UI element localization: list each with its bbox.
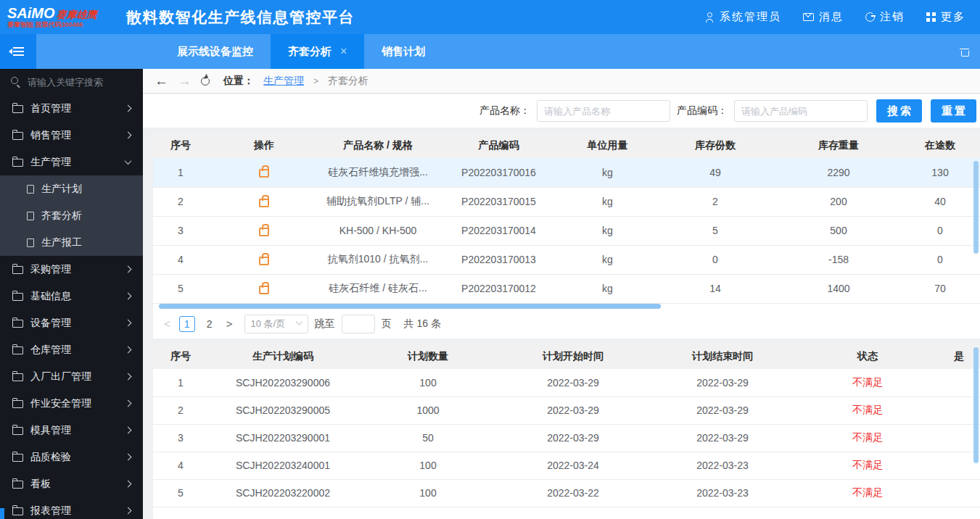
product-code-input[interactable] [734, 100, 868, 122]
table-cell: KH-500 / KH-500 [320, 216, 436, 245]
sidebar-subitem[interactable]: 生产报工 [0, 229, 143, 256]
brand-logo-subtitle: 赛摩智能 股票代码300466 [7, 22, 122, 28]
sidebar-item[interactable]: 销售管理 [0, 122, 143, 149]
more-menu-button[interactable]: 更多 [926, 10, 965, 24]
sidebar-scrollbar[interactable] [0, 508, 4, 519]
table-row[interactable]: 4SCJH2022032400011002022-03-242022-03-23… [153, 452, 980, 479]
sidebar-item-label: 看板 [30, 478, 51, 491]
products-table: 序号操作产品名称 / 规格产品编码单位用量库存份数库存重量在途数1硅灰石纤维填充… [153, 133, 980, 304]
sidebar-submenu: 生产计划齐套分析生产报工 [0, 175, 143, 256]
column-header: 库存重量 [777, 133, 900, 158]
products-vertical-scrollbar[interactable] [973, 161, 979, 254]
sidebar-item[interactable]: 生产管理 [0, 149, 143, 175]
table-row[interactable]: 1硅灰石纤维填充增强...P202203170016kg492290130 [153, 158, 980, 187]
messages-button[interactable]: 消息 [803, 10, 844, 24]
back-icon[interactable]: ← [155, 74, 168, 88]
status-badge: 不满足 [852, 431, 883, 443]
sidebar-item[interactable]: 报表管理 [0, 497, 143, 519]
table-row[interactable]: 5硅灰石纤维 / 硅灰石...P202203170012kg14140070 [153, 274, 980, 303]
table-row[interactable]: 2SCJH20220329000510002022-03-292022-03-2… [153, 396, 980, 424]
operation-bag-icon[interactable] [259, 286, 269, 294]
user-menu[interactable]: 系统管理员 [704, 10, 781, 24]
sidebar-item[interactable]: 设备管理 [0, 310, 143, 336]
table-cell: 2022-03-24 [498, 452, 648, 479]
reset-button[interactable]: 重置 [931, 99, 976, 123]
operation-bag-icon[interactable] [259, 169, 269, 178]
jump-label: 跳至 [315, 317, 335, 331]
sidebar-item[interactable]: 入厂出厂管理 [0, 363, 143, 390]
column-header: 库存份数 [654, 133, 777, 158]
sidebar-collapse-button[interactable] [0, 34, 36, 69]
jump-page-input[interactable] [342, 315, 375, 333]
sidebar-item[interactable]: 作业安全管理 [0, 390, 143, 417]
folder-icon [12, 105, 23, 113]
table-cell [938, 479, 980, 507]
operation-bag-icon[interactable] [259, 257, 269, 265]
tab-item[interactable]: 展示线设备监控 [160, 34, 271, 69]
page-size-select[interactable]: 10 条/页 [244, 315, 308, 333]
table-cell: 2 [153, 187, 208, 216]
sidebar-item[interactable]: 仓库管理 [0, 336, 143, 363]
tab-item[interactable]: 齐套分析× [271, 34, 364, 69]
horizontal-scrollbar[interactable] [159, 304, 661, 309]
grid-icon [926, 12, 936, 22]
table-row[interactable]: 1SCJH2022032900061002022-03-292022-03-29… [153, 369, 980, 396]
sidebar-item[interactable]: 模具管理 [0, 417, 143, 444]
table-row[interactable]: 5SCJH2022032200021002022-03-222022-03-23… [153, 479, 980, 507]
table-row[interactable]: 3SCJH202203290001502022-03-292022-03-29不… [153, 424, 980, 452]
column-header: 生产计划编码 [208, 344, 358, 369]
sidebar-item[interactable]: 基础信息 [0, 283, 143, 310]
app-header: SAiMO 赛摩雄鹰 赛摩智能 股票代码300466 散料数智化生产线信息管控平… [0, 0, 980, 34]
table-cell: 2022-03-23 [648, 452, 797, 479]
forward-icon[interactable]: → [178, 74, 192, 88]
folder-icon [12, 320, 23, 328]
sidebar-item[interactable]: 首页管理 [0, 95, 143, 122]
search-button[interactable]: 搜索 [876, 99, 922, 123]
page-unit-label: 页 [382, 317, 392, 331]
table-cell: 2022-03-23 [648, 479, 797, 507]
sidebar-item[interactable]: 采购管理 [0, 256, 143, 283]
operation-bag-icon[interactable] [259, 199, 269, 207]
tab-item[interactable]: 销售计划 [364, 34, 442, 69]
pagination-next-button[interactable]: > [224, 317, 235, 330]
refresh-icon[interactable] [201, 77, 210, 86]
breadcrumb-separator: > [313, 76, 318, 86]
column-header: 序号 [153, 133, 208, 158]
tab-close-icon[interactable]: × [340, 45, 347, 58]
sidebar-menu: 首页管理销售管理生产管理生产计划齐套分析生产报工采购管理基础信息设备管理仓库管理… [0, 95, 143, 519]
close-tabs-button[interactable] [956, 34, 973, 69]
folder-icon [12, 454, 23, 462]
table-cell: P202203170013 [436, 245, 561, 274]
status-badge: 不满足 [852, 376, 883, 388]
pagination-page-button[interactable]: 1 [179, 316, 195, 332]
product-name-input[interactable] [537, 100, 670, 122]
pagination-prev-button[interactable]: < [162, 317, 173, 330]
status-badge: 不满足 [852, 486, 883, 498]
table-cell: 2 [153, 396, 208, 424]
sidebar-subitem[interactable]: 生产计划 [0, 175, 143, 202]
table-row[interactable]: 4抗氧剂1010 / 抗氧剂...P202203170013kg0-1580 [153, 245, 980, 274]
table-row[interactable]: 3KH-500 / KH-500P202203170014kg55000 [153, 216, 980, 245]
sidebar-item[interactable]: 看板 [0, 470, 143, 497]
folder-icon [12, 507, 23, 515]
sidebar-search-input[interactable] [28, 77, 129, 88]
logout-button[interactable]: 注销 [865, 10, 905, 24]
brand-logo-en: SAiMO [7, 6, 55, 21]
table-row[interactable]: 2辅助抗氧剂DLTP / 辅...P202203170015kg220040 [153, 187, 980, 216]
plans-vertical-scrollbar[interactable] [973, 347, 979, 463]
table-cell: kg [561, 187, 654, 216]
operation-bag-icon[interactable] [259, 228, 269, 236]
sidebar-subitem[interactable]: 齐套分析 [0, 202, 143, 229]
table-cell: 硅灰石纤维填充增强... [320, 158, 436, 187]
table-cell: 1400 [777, 274, 900, 303]
table-cell: -158 [777, 245, 900, 274]
sidebar-item[interactable]: 品质检验 [0, 444, 143, 470]
table-cell: SCJH202203290001 [208, 424, 358, 452]
table-cell: P202203170015 [436, 187, 561, 216]
breadcrumb-parent-link[interactable]: 生产管理 [263, 75, 304, 88]
folder-icon [12, 346, 23, 354]
pagination-page-button[interactable]: 2 [202, 316, 218, 332]
table-cell: 2022-03-29 [498, 424, 648, 452]
table-cell: P202203170014 [436, 216, 561, 245]
sidebar-item-label: 销售管理 [30, 129, 71, 142]
